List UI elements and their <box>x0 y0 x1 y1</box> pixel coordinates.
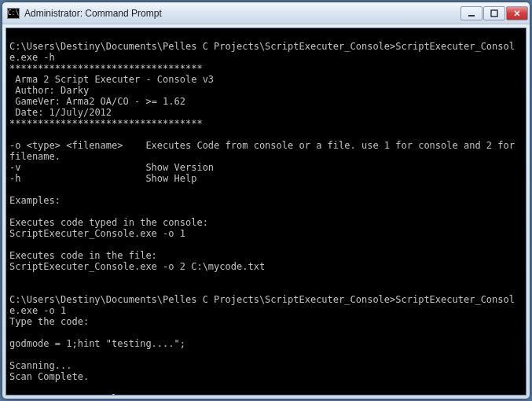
close-button[interactable] <box>506 6 528 20</box>
svg-rect-0 <box>468 15 475 17</box>
window-title: Administrator: Command Prompt <box>24 8 460 19</box>
maximize-icon <box>490 9 498 17</box>
svg-rect-1 <box>491 10 497 17</box>
titlebar[interactable]: C:\ Administrator: Command Prompt <box>2 2 530 24</box>
minimize-icon <box>468 9 475 17</box>
minimize-button[interactable] <box>460 6 482 20</box>
console-output[interactable]: C:\Users\Destiny\Documents\Pelles C Proj… <box>6 28 526 395</box>
console-frame: C:\Users\Destiny\Documents\Pelles C Proj… <box>6 28 526 395</box>
maximize-button[interactable] <box>483 6 505 20</box>
close-icon <box>513 9 521 17</box>
window-controls <box>460 6 528 20</box>
command-prompt-window: C:\ Administrator: Command Prompt C:\Use… <box>2 2 530 399</box>
app-icon: C:\ <box>7 8 20 19</box>
